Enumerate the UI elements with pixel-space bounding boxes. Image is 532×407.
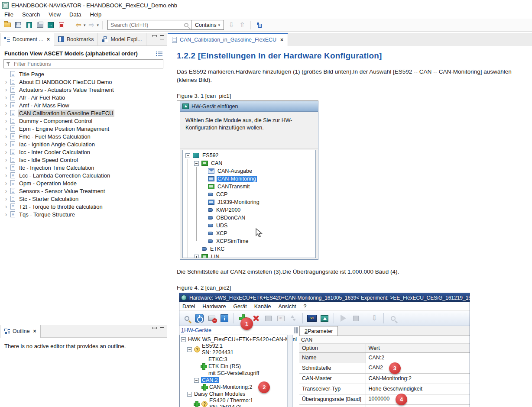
chevron-right-icon[interactable]: › xyxy=(3,196,10,202)
chevron-right-icon[interactable]: › xyxy=(3,211,10,217)
close-icon[interactable]: × xyxy=(47,36,50,42)
tree-item[interactable]: ›Amf - Air Mass Flow xyxy=(0,101,167,109)
menu-file[interactable]: File xyxy=(4,11,13,18)
filter-input[interactable] xyxy=(13,61,163,68)
hw-devices-pane: 1 HW-Geräte HWK WS_FlexECU+ETK+ES420+CAN… xyxy=(179,326,293,407)
tree-item[interactable]: ›Isc - Idle Speed Control xyxy=(0,156,167,164)
document-icon xyxy=(10,133,15,139)
view-menu-icon[interactable] xyxy=(156,51,162,56)
tab-outline[interactable]: Outline × xyxy=(0,325,41,338)
chevron-right-icon[interactable]: › xyxy=(3,126,10,132)
tree-item[interactable]: ›Afr - Air Fuel Ratio xyxy=(0,94,167,101)
minimize-button[interactable] xyxy=(152,327,156,331)
parameter-tabrow: 2 Parameter xyxy=(299,326,470,336)
tab-bookmarks[interactable]: Bookmarks xyxy=(54,33,98,45)
figure2-image: Hardware: >WS_FlexECU+ETK+ES420+CAN-Moni… xyxy=(179,293,470,407)
function-view-title: Function View ASCET Models (alphabetical… xyxy=(4,50,138,57)
annotation-badge-1: 1 xyxy=(240,317,253,330)
chevron-right-icon[interactable]: › xyxy=(3,204,10,210)
tree-item[interactable]: ›Stc - Starter Calculation xyxy=(0,195,167,203)
save-button[interactable] xyxy=(13,20,23,30)
forward-button[interactable]: ⇨ xyxy=(87,20,97,30)
tree-item[interactable]: ›Epm - Engine Position Management xyxy=(0,125,167,132)
chevron-right-icon[interactable]: › xyxy=(3,133,10,139)
chevron-right-icon[interactable]: › xyxy=(3,79,10,85)
back-dropdown[interactable]: ▾ xyxy=(84,23,86,27)
tree-item[interactable]: ›Icc - Inter Cooler Calculation xyxy=(0,148,167,156)
node-etk-ein-line2: mit SG-Verstellzugriff xyxy=(180,370,287,377)
chevron-right-icon[interactable]: › xyxy=(3,180,10,186)
menu-help[interactable]: Help xyxy=(90,11,102,18)
connector-icon xyxy=(202,247,207,251)
document-icon xyxy=(10,188,15,194)
menu-search[interactable]: Search xyxy=(22,11,40,18)
next-result-button[interactable]: ⇩ xyxy=(227,20,236,30)
node-daisy-chain: Daisy Chain Modules xyxy=(180,391,287,397)
chevron-right-icon[interactable]: › xyxy=(3,165,10,171)
tree-item[interactable]: ›Lcc - Lambda Correction Calculation xyxy=(0,171,167,179)
chevron-right-icon[interactable]: › xyxy=(3,110,10,116)
dialog-titlebar: HW-Gerät einfügen xyxy=(180,101,318,112)
library-button[interactable] xyxy=(24,20,34,30)
tree-item[interactable]: ›Sensors - Sensor Value Treatment xyxy=(0,187,167,195)
pdf-export-button[interactable] xyxy=(57,20,66,30)
chevron-right-icon[interactable]: › xyxy=(3,94,10,100)
tree-item[interactable]: ›About EHANDBOOK FlexECU Demo xyxy=(0,78,167,86)
close-icon[interactable]: × xyxy=(33,328,36,334)
collapse-icon xyxy=(194,161,199,166)
paragraph-1: Das ES592 markieren.Hardware hinzufügen … xyxy=(177,68,532,84)
structure-view-button[interactable] xyxy=(254,20,264,30)
tree-item-selected[interactable]: ›CAN Calibration in Gasoline FlexECU xyxy=(0,109,167,117)
chevron-right-icon[interactable]: › xyxy=(3,149,10,155)
tree-item[interactable]: Title Page xyxy=(0,70,167,78)
collapse-icon xyxy=(194,378,199,383)
tree-item[interactable]: ›Opm - Operation Mode xyxy=(0,179,167,187)
menu-view[interactable]: View xyxy=(49,11,61,18)
can-board-icon xyxy=(208,184,214,189)
model-explorer-icon xyxy=(102,36,108,42)
connector-icon xyxy=(208,224,213,227)
minimize-button[interactable] xyxy=(152,35,156,39)
chevron-right-icon[interactable]: › xyxy=(3,102,10,108)
chevron-right-icon[interactable]: › xyxy=(3,118,10,124)
maximize-button[interactable] xyxy=(160,35,164,39)
chevron-right-icon[interactable]: › xyxy=(3,141,10,147)
tab-can-calibration[interactable]: CAN_Calibration_in_Gasoline_FlexECU × xyxy=(168,33,288,46)
tree-item[interactable]: ›T2t - Torque to throttle calculation xyxy=(0,203,167,210)
forward-dropdown[interactable]: ▾ xyxy=(97,23,99,27)
tree-item[interactable]: ›Dummy - Component Control xyxy=(0,117,167,125)
tree-item[interactable]: ›Tqs - Torque Structure xyxy=(0,210,167,218)
tab-model-explorer[interactable]: Model Expl... xyxy=(98,33,146,45)
tree-item[interactable]: ›Actuators - Actuators Value Treatment xyxy=(0,86,167,94)
maximize-button[interactable] xyxy=(160,327,164,331)
pane-splitter xyxy=(294,327,298,333)
chevron-right-icon[interactable]: › xyxy=(3,172,10,178)
table-row: Transceiver-Typ Hohe Geschwindigkeit xyxy=(299,384,470,394)
open-button[interactable] xyxy=(3,20,12,30)
export-button[interactable]: → xyxy=(46,20,55,30)
tree-item[interactable]: ›Itc - Injection Time Calculation xyxy=(0,164,167,171)
tab-document[interactable]: Document ... × xyxy=(0,33,54,46)
chevron-right-icon[interactable]: › xyxy=(3,157,10,163)
search-input[interactable] xyxy=(108,21,182,29)
editor-tab-label: CAN_Calibration_in_Gasoline_FlexECU xyxy=(180,37,276,43)
back-button[interactable]: ⇦ xyxy=(74,20,83,30)
node-lin: LIN... xyxy=(183,253,315,258)
tree-item[interactable]: ›Iac - Ignition Angle Calculation xyxy=(0,140,167,148)
menu-data[interactable]: Data xyxy=(69,11,81,18)
previous-result-button[interactable]: ⇧ xyxy=(237,20,247,30)
sort-icon xyxy=(288,313,298,324)
close-icon[interactable]: × xyxy=(280,37,283,43)
chevron-right-icon[interactable]: › xyxy=(3,87,10,93)
match-mode-dropdown[interactable]: Contains ▾ xyxy=(191,20,224,29)
download-icon: ⇩ xyxy=(369,313,380,324)
chevron-right-icon[interactable]: › xyxy=(3,188,10,194)
green-plus-icon xyxy=(201,364,207,369)
editor-area: CAN_Calibration_in_Gasoline_FlexECU × 1.… xyxy=(168,33,532,407)
dialog-instruction: Wählen Sie die Module aus, die Sie zur H… xyxy=(180,112,318,149)
node-hwk-root: HWK WS_FlexECU+ETK+ES420+CAN-Moni xyxy=(180,336,287,343)
document-icon xyxy=(10,196,15,202)
tree-item[interactable]: ›Fmc - Fuel Mass Calculation xyxy=(0,132,167,140)
print-button[interactable] xyxy=(35,20,45,30)
hw-devices-tree: HWK WS_FlexECU+ETK+ES420+CAN-Moni ? ES59… xyxy=(179,335,287,407)
